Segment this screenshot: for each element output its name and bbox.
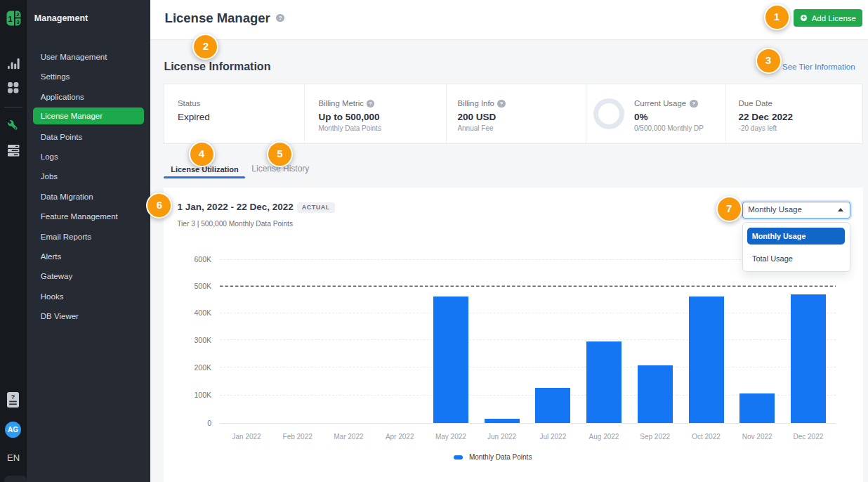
svg-text:2: 2	[16, 11, 20, 18]
svg-text:?: ?	[11, 393, 15, 400]
svg-text:3: 3	[16, 19, 20, 25]
svg-text:1: 1	[8, 14, 13, 22]
